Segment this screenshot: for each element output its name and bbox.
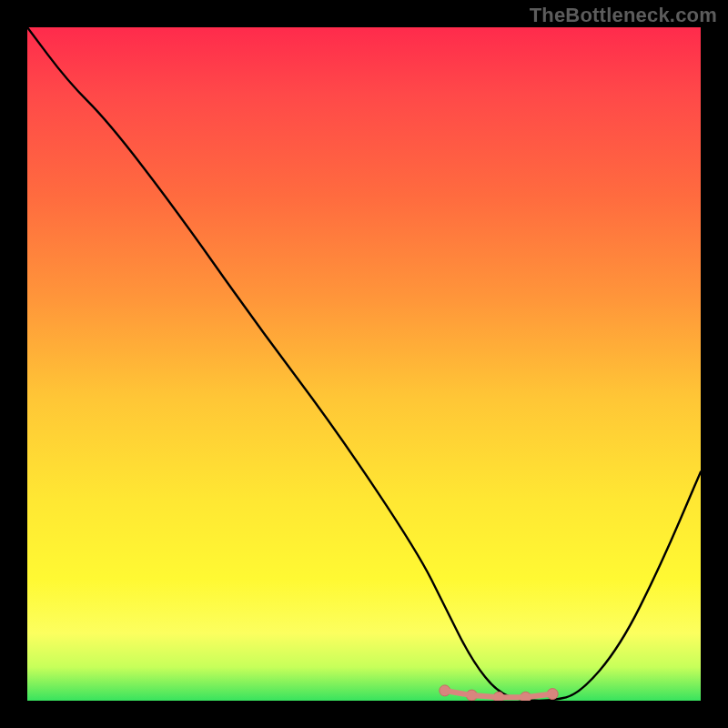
watermark-text: TheBottleneck.com bbox=[530, 4, 717, 27]
bottleneck-curve bbox=[27, 27, 701, 701]
plot-area bbox=[27, 27, 701, 701]
chart-svg bbox=[27, 27, 701, 701]
chart-frame: TheBottleneck.com bbox=[0, 0, 728, 728]
